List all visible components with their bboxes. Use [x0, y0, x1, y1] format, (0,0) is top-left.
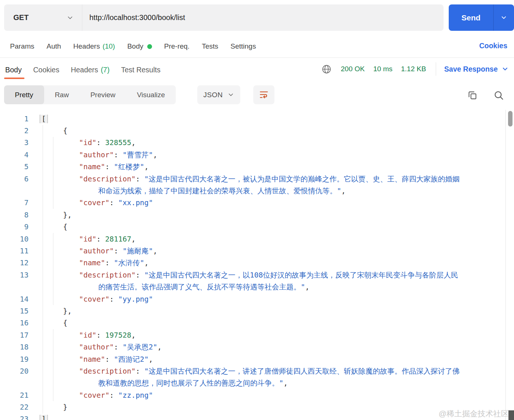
send-button-split: Send	[449, 4, 514, 31]
request-tabs: ParamsAuthHeaders(10)BodyPre-req.TestsSe…	[10, 40, 256, 53]
code-line: 19"name": "西游记2",	[0, 353, 514, 365]
code-line: 14"cover": "yy.png"	[0, 293, 514, 305]
code-line: 9{	[0, 221, 514, 233]
word-wrap-toggle[interactable]	[253, 85, 274, 104]
chevron-down-icon	[227, 91, 234, 98]
line-number: 16	[0, 319, 33, 327]
send-label: Send	[461, 13, 480, 22]
line-number: 8	[0, 211, 33, 219]
line-number: 19	[0, 355, 33, 364]
scrollbar-corner	[508, 410, 514, 420]
format-dropdown[interactable]: JSON	[197, 85, 240, 104]
code-line: 15},	[0, 305, 514, 317]
request-tab-params[interactable]: Params	[10, 42, 34, 50]
code-line: 13"description": "这是中国古代四大名著之一，以108位好汉的故…	[0, 269, 514, 281]
send-button[interactable]: Send	[449, 4, 494, 31]
indent-guide	[43, 125, 43, 414]
code-line: 17"id": 197528,	[0, 329, 514, 341]
code-line: 5"name": "红楼梦",	[0, 161, 514, 173]
word-wrap-icon	[259, 90, 269, 100]
response-tab-cookies[interactable]: Cookies	[33, 66, 59, 74]
request-tab-headers[interactable]: Headers(10)	[73, 42, 115, 50]
line-number: 20	[0, 367, 33, 375]
copy-button[interactable]	[467, 90, 478, 101]
body-set-dot	[147, 44, 152, 49]
line-number: 17	[0, 331, 33, 339]
mode-visualize[interactable]: Visualize	[126, 85, 176, 104]
request-tab-prereq[interactable]: Pre-req.	[164, 42, 190, 50]
request-bar: GET http://localhost:3000/book/list	[4, 4, 444, 31]
response-size: 1.12 KB	[401, 65, 426, 73]
code-line: 18"author": "吴承恩2",	[0, 341, 514, 353]
request-tab-settings[interactable]: Settings	[231, 42, 256, 50]
line-number: 13	[0, 271, 33, 279]
line-number: 2	[0, 127, 33, 135]
url-input[interactable]: http://localhost:3000/book/list	[82, 4, 444, 31]
line-number: 14	[0, 295, 33, 303]
watermark: @稀土掘金技术社区	[439, 408, 509, 419]
line-number: 22	[0, 403, 33, 411]
indent-guide	[53, 329, 53, 401]
code-line: 2{	[0, 125, 514, 137]
cookies-link[interactable]: Cookies	[479, 42, 507, 50]
status-badge: 200 OK	[341, 65, 365, 73]
json-code: 1[2{3"id": 328555,4"author": "曹雪芹",5"nam…	[0, 110, 514, 420]
chevron-down-icon	[500, 14, 507, 21]
code-line: 11"author": "施耐庵",	[0, 245, 514, 257]
code-line: 教和道教的思想，同时也展示了人性的善恶之间的斗争。",	[0, 377, 514, 389]
response-meta: 200 OK 10 ms 1.12 KB Save Response	[322, 60, 509, 78]
code-line: 和命运为线索，描绘了中国封建社会的荣辱兴衰、人情世故、爱恨情仇等。",	[0, 185, 514, 197]
scrollbar-thumb[interactable]	[508, 111, 513, 127]
line-number: 21	[0, 391, 33, 400]
save-response-label: Save Response	[444, 65, 498, 73]
response-tabs: BodyCookiesHeaders(7)Test Results	[5, 62, 161, 78]
line-number: 10	[0, 235, 33, 243]
copy-icon	[467, 90, 478, 101]
mode-preview[interactable]: Preview	[80, 85, 126, 104]
search-button[interactable]	[494, 90, 504, 101]
response-tab-test-results[interactable]: Test Results	[121, 66, 160, 74]
send-options-caret[interactable]	[494, 4, 514, 31]
mode-raw[interactable]: Raw	[44, 85, 80, 104]
request-tab-auth[interactable]: Auth	[46, 42, 61, 50]
view-mode-switcher: PrettyRawPreviewVisualize	[4, 85, 176, 104]
code-line: 3"id": 328555,	[0, 137, 514, 149]
line-number: 1	[0, 115, 33, 123]
indent-guide	[53, 137, 53, 209]
code-line: 22}	[0, 401, 514, 413]
code-line: 的痛苦生活。该作品强调了义气、反抗不平等待遇等社会主题。",	[0, 281, 514, 293]
mode-pretty[interactable]: Pretty	[4, 85, 44, 104]
api-client-window: GET http://localhost:3000/book/list Send…	[0, 0, 514, 420]
line-number: 3	[0, 138, 33, 147]
code-line: 8},	[0, 209, 514, 221]
response-body-viewer: 1[2{3"id": 328555,4"author": "曹雪芹",5"nam…	[0, 110, 514, 420]
line-number: 5	[0, 163, 33, 171]
chevron-down-icon	[501, 65, 509, 73]
chevron-down-icon	[66, 14, 74, 22]
vertical-divider	[436, 62, 436, 76]
save-response-button[interactable]: Save Response	[444, 65, 509, 73]
method-dropdown[interactable]: GET	[4, 4, 82, 31]
request-tab-body[interactable]: Body	[127, 42, 152, 50]
code-line: 1[	[0, 113, 514, 125]
response-tab-body[interactable]: Body	[5, 66, 22, 74]
line-number: 6	[0, 175, 33, 183]
request-tab-tests[interactable]: Tests	[202, 42, 218, 50]
method-label: GET	[13, 13, 29, 22]
section-divider	[0, 58, 514, 58]
code-line: 12"name": "水浒传",	[0, 257, 514, 269]
active-tab-underline	[4, 78, 24, 79]
response-tab-headers[interactable]: Headers(7)	[71, 66, 110, 74]
url-text: http://localhost:3000/book/list	[89, 13, 185, 22]
code-line: 23]	[0, 413, 514, 420]
scrollbar-track[interactable]	[505, 110, 514, 420]
code-line: 16{	[0, 317, 514, 329]
indent-guide	[53, 233, 53, 305]
line-number: 7	[0, 198, 33, 207]
code-line: 4"author": "曹雪芹",	[0, 149, 514, 161]
code-line: 10"id": 281167,	[0, 233, 514, 245]
line-number: 18	[0, 343, 33, 351]
format-label: JSON	[203, 91, 223, 99]
annotation-underline-target: "西游记2"	[114, 354, 149, 364]
line-number: 11	[0, 247, 33, 255]
